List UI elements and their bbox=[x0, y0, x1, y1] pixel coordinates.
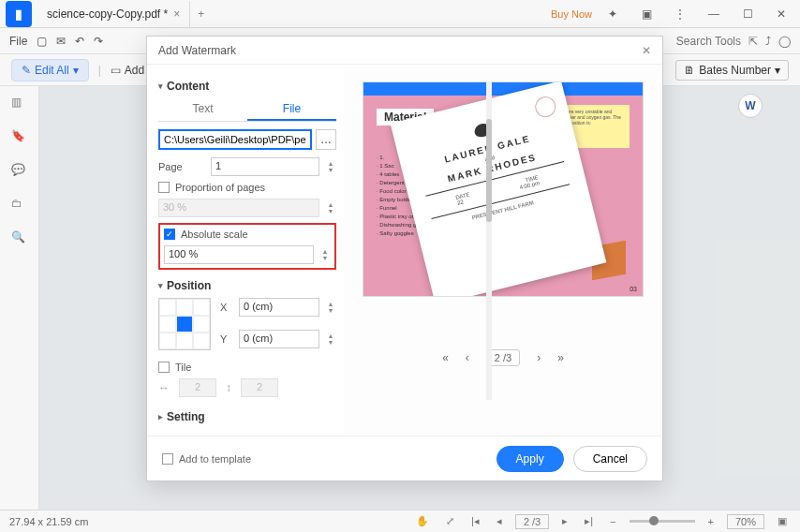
preview-last-page[interactable]: » bbox=[557, 351, 564, 364]
apply-button[interactable]: Apply bbox=[496, 446, 564, 472]
add-watermark-dialog: Add Watermark ✕ Content Text File … Page… bbox=[146, 36, 663, 481]
preview-panel: Material These molecules are very unstab… bbox=[344, 65, 662, 436]
horizontal-tile-icon: ↔ bbox=[158, 381, 170, 394]
y-spinner[interactable]: ▲▼ bbox=[325, 332, 336, 346]
vertical-tile-icon: ↕ bbox=[226, 381, 231, 394]
tile-h-input: 2 bbox=[179, 378, 216, 397]
absolute-scale-highlight: ✓ Absolute scale 100 % ▲▼ bbox=[158, 223, 336, 270]
proportion-label: Proportion of pages bbox=[175, 182, 265, 193]
tile-label: Tile bbox=[175, 362, 191, 373]
preview-page: Material These molecules are very unstab… bbox=[363, 81, 644, 297]
y-offset-input[interactable]: 0 (cm) bbox=[239, 330, 319, 348]
page-label: Page bbox=[158, 161, 205, 172]
tile-v-input: 2 bbox=[241, 378, 278, 397]
position-center[interactable] bbox=[176, 316, 193, 332]
add-template-checkbox[interactable] bbox=[162, 453, 173, 465]
tile-checkbox[interactable]: Tile bbox=[158, 362, 336, 373]
position-section-header[interactable]: Position bbox=[158, 279, 336, 292]
stamp-icon bbox=[533, 95, 558, 120]
x-offset-input[interactable]: 0 (cm) bbox=[239, 298, 319, 317]
dialog-title: Add Watermark bbox=[158, 44, 236, 57]
dialog-close-button[interactable]: ✕ bbox=[642, 44, 651, 57]
tab-text[interactable]: Text bbox=[158, 98, 247, 121]
wm-date: 22 bbox=[457, 199, 465, 205]
preview-next-page[interactable]: › bbox=[537, 351, 541, 364]
add-template-label: Add to template bbox=[179, 453, 251, 465]
page-input[interactable]: 1 bbox=[211, 157, 319, 176]
dialog-header: Add Watermark ✕ bbox=[147, 37, 662, 65]
cancel-button[interactable]: Cancel bbox=[573, 446, 647, 472]
content-section-header[interactable]: Content bbox=[158, 80, 336, 93]
preview-pager: « ‹ 2 /3 › » bbox=[442, 349, 564, 366]
dialog-footer: Add to template Apply Cancel bbox=[147, 436, 662, 480]
preview-prev-page[interactable]: ‹ bbox=[466, 351, 469, 364]
browse-button[interactable]: … bbox=[316, 129, 336, 150]
absolute-scale-input[interactable]: 100 % bbox=[164, 245, 314, 264]
form-panel: Content Text File … Page 1 ▲▼ Proportion… bbox=[147, 65, 344, 436]
absolute-scale-label: Absolute scale bbox=[181, 229, 248, 240]
y-label: Y bbox=[220, 333, 233, 345]
proportion-input: 30 % bbox=[158, 199, 319, 217]
position-grid[interactable] bbox=[158, 298, 211, 350]
file-path-input[interactable] bbox=[158, 129, 312, 150]
page-spinner[interactable]: ▲▼ bbox=[325, 160, 336, 173]
word-export-icon[interactable]: W bbox=[738, 94, 763, 118]
x-label: X bbox=[220, 302, 233, 313]
absolute-scale-checkbox[interactable]: ✓ Absolute scale bbox=[164, 229, 331, 240]
preview-first-page[interactable]: « bbox=[442, 351, 449, 364]
tab-file[interactable]: File bbox=[247, 98, 336, 121]
absolute-scale-spinner[interactable]: ▲▼ bbox=[319, 248, 331, 261]
proportion-spinner: ▲▼ bbox=[325, 201, 336, 214]
preview-page-number: 03 bbox=[630, 286, 637, 292]
content-tabs: Text File bbox=[158, 98, 336, 122]
proportion-checkbox[interactable]: Proportion of pages bbox=[158, 182, 336, 193]
setting-section-header[interactable]: Setting bbox=[158, 410, 336, 423]
x-spinner[interactable]: ▲▼ bbox=[325, 301, 336, 314]
form-scrollbar[interactable] bbox=[486, 81, 492, 400]
